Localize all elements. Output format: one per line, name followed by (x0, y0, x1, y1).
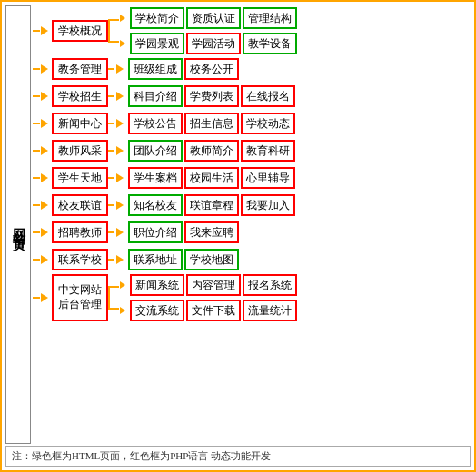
l1-box: 招聘教师 (52, 221, 108, 243)
main-row: 学生天地学生案档校园生活心里辅导 (33, 165, 469, 191)
main-row: 教务管理班级组成校务公开 (33, 56, 469, 82)
main-row: 招聘教师职位介绍我来应聘 (33, 220, 469, 245)
l2-box: 我来应聘 (184, 221, 239, 243)
l2-box: 学校地图 (184, 249, 239, 270)
l1-box: 学校招生 (52, 85, 108, 107)
main-row: 教师风采团队介绍教师简介教育科研 (33, 138, 469, 163)
l2-box: 内容管理 (186, 274, 241, 296)
l2-box: 资质认证 (186, 7, 241, 29)
l2-box: 教育科研 (241, 140, 295, 162)
grid-area: 学校概况学校简介资质认证管理结构学园景观学园活动教学设备教务管理班级组成校务公开… (31, 5, 471, 444)
main-row: 联系学校联系地址学校地图 (33, 247, 469, 272)
l2-box: 报名系统 (243, 274, 297, 296)
l2-box: 我要加入 (241, 194, 295, 216)
left-label: 网站首页 (5, 5, 31, 444)
l2-box: 校务公开 (184, 58, 239, 80)
l2-box: 学费列表 (184, 85, 239, 107)
l2-box: 知名校友 (128, 194, 183, 216)
l2-box: 科目介绍 (128, 85, 183, 107)
l2-box: 学园活动 (186, 33, 241, 54)
l2-box: 联谊章程 (184, 194, 239, 216)
l1-box: 学校概况 (52, 20, 108, 42)
main-row: 学校招生科目介绍学费列表在线报名 (33, 84, 469, 109)
main-row: 新闻中心学校公告招生信息学校动态 (33, 111, 469, 136)
main-row: 学校概况学校简介资质认证管理结构学园景观学园活动教学设备 (33, 7, 469, 54)
content-area: 网站首页 学校概况学校简介资质认证管理结构学园景观学园活动教学设备教务管理班级组… (5, 5, 471, 444)
l1-box: 新闻中心 (52, 113, 108, 134)
l2-box: 在线报名 (241, 85, 295, 107)
l1-box: 校友联谊 (52, 194, 108, 216)
l2-box: 学园景观 (130, 33, 184, 54)
l2-box: 教师简介 (184, 140, 239, 162)
l2-box: 职位介绍 (128, 221, 183, 243)
l1-box: 中文网站后台管理 (52, 274, 108, 321)
l2-box: 团队介绍 (128, 140, 183, 162)
l2-box: 管理结构 (243, 7, 297, 29)
l2-box: 流量统计 (243, 300, 297, 321)
l2-box: 交流系统 (130, 300, 184, 321)
l1-box: 学生天地 (52, 167, 108, 189)
l2-box: 学校动态 (241, 113, 295, 134)
l2-box: 班级组成 (128, 58, 183, 80)
l1-box: 教务管理 (52, 58, 108, 80)
l2-box: 联系地址 (128, 249, 183, 270)
l2-box: 校园生活 (184, 167, 239, 189)
l2-box: 学校简介 (130, 7, 184, 29)
l2-box: 学校公告 (128, 113, 183, 134)
l2-box: 招生信息 (184, 113, 239, 134)
l2-box: 学生案档 (128, 167, 183, 189)
l2-box: 新闻系统 (130, 274, 184, 296)
l2-box: 心里辅导 (241, 167, 295, 189)
main-row: 校友联谊知名校友联谊章程我要加入 (33, 192, 469, 218)
note: 注：绿色框为HTML页面，红色框为PHP语言 动态功能开发 (5, 446, 471, 467)
main-row: 中文网站后台管理新闻系统内容管理报名系统交流系统文件下载流量统计 (33, 274, 469, 321)
l2-box: 文件下载 (186, 300, 241, 321)
l1-box: 联系学校 (52, 249, 108, 270)
l1-box: 教师风采 (52, 140, 108, 162)
main-container: 网站首页 学校概况学校简介资质认证管理结构学园景观学园活动教学设备教务管理班级组… (0, 0, 476, 472)
l2-box: 教学设备 (243, 33, 297, 54)
